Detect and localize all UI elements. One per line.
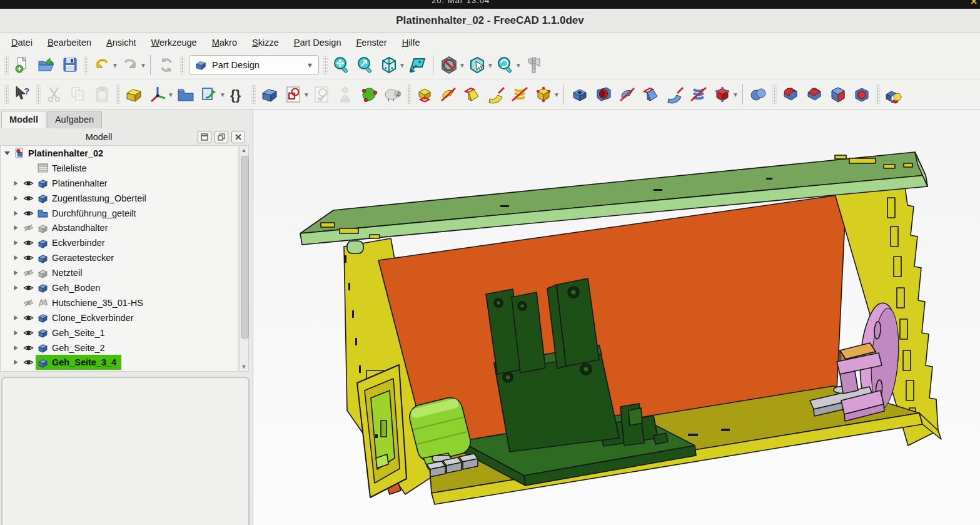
tree-item-netzteil[interactable]: Netzteil bbox=[1, 265, 238, 280]
menu-item-part-design[interactable]: Part Design bbox=[286, 35, 349, 50]
tree-item-abstandhalter[interactable]: Abstandhalter bbox=[1, 220, 238, 235]
panel-close-button[interactable] bbox=[231, 131, 245, 143]
draft-button[interactable] bbox=[826, 83, 850, 106]
toolbar-drag-handle[interactable] bbox=[251, 85, 256, 104]
bracket-foot[interactable] bbox=[654, 433, 668, 444]
toolbar-drag-handle[interactable] bbox=[407, 85, 411, 104]
scroll-down-icon[interactable]: ▼ bbox=[240, 362, 248, 371]
tree-scrollbar[interactable]: ▲ ▼ bbox=[239, 145, 249, 372]
tree-item-geh-seite-2[interactable]: Geh_Seite_2 bbox=[1, 340, 238, 355]
boolean-operation-button[interactable] bbox=[747, 83, 770, 106]
panel-float-button[interactable] bbox=[215, 131, 228, 143]
fit-selection-button[interactable] bbox=[353, 53, 377, 77]
visibility-eye-icon[interactable] bbox=[21, 223, 36, 233]
visibility-eye-icon[interactable] bbox=[21, 268, 36, 278]
subtractive-loft-button[interactable] bbox=[639, 83, 663, 106]
panel-dock-button[interactable] bbox=[198, 131, 211, 143]
menu-item-werkzeuge[interactable]: Werkzeuge bbox=[144, 35, 205, 50]
additive-pipe-button[interactable] bbox=[484, 83, 508, 106]
tab-aufgaben[interactable]: Aufgaben bbox=[47, 111, 102, 128]
visibility-eye-icon[interactable] bbox=[21, 238, 36, 248]
menu-item-hilfe[interactable]: Hilfe bbox=[395, 35, 428, 50]
scroll-up-icon[interactable]: ▲ bbox=[240, 146, 248, 155]
pad-button[interactable] bbox=[413, 83, 437, 106]
validate-sketch-button[interactable] bbox=[357, 83, 381, 106]
fit-all-button[interactable] bbox=[330, 53, 353, 77]
sub-shapebinder-button[interactable] bbox=[381, 83, 405, 106]
workbench-selector[interactable]: Part Design▼ bbox=[189, 55, 319, 75]
rotate-view-button[interactable] bbox=[493, 53, 517, 77]
make-link-button[interactable] bbox=[198, 83, 221, 106]
menu-item-bearbeiten[interactable]: Bearbeiten bbox=[40, 35, 99, 50]
thickness-button[interactable] bbox=[850, 83, 874, 106]
toolbar-drag-handle[interactable] bbox=[323, 56, 328, 74]
subtractive-helix-button[interactable] bbox=[687, 83, 710, 106]
tree-item-hutschiene-35-01-hs[interactable]: Hutschiene_35_01-HS bbox=[1, 295, 238, 310]
expand-arrow-icon[interactable] bbox=[11, 194, 21, 203]
toolbar-drag-handle[interactable] bbox=[4, 56, 9, 74]
redo-button[interactable] bbox=[118, 53, 142, 77]
tab-modell[interactable]: Modell bbox=[1, 111, 46, 128]
expand-arrow-icon[interactable] bbox=[11, 238, 21, 247]
create-body-button[interactable] bbox=[258, 83, 281, 106]
scrollbar-thumb[interactable] bbox=[241, 156, 249, 339]
visibility-eye-icon[interactable] bbox=[21, 298, 36, 308]
create-group-button[interactable] bbox=[174, 83, 198, 106]
expand-arrow-icon[interactable] bbox=[11, 223, 21, 232]
toolbar-drag-handle[interactable] bbox=[180, 56, 184, 74]
visibility-eye-icon[interactable] bbox=[21, 357, 36, 367]
toolbar-drag-handle[interactable] bbox=[116, 85, 120, 104]
expand-arrow-icon[interactable] bbox=[11, 253, 21, 262]
tree-item-durchführung-geteilt[interactable]: Durchführung_geteilt bbox=[1, 206, 238, 221]
visibility-eye-icon[interactable] bbox=[21, 283, 36, 293]
toolbar-drag-handle[interactable] bbox=[84, 56, 88, 74]
tree-item-platinenhalter-02[interactable]: Platinenhalter_02 bbox=[1, 146, 238, 161]
axonometric-view-button[interactable] bbox=[377, 53, 401, 77]
subtractive-primitive-button[interactable] bbox=[710, 83, 734, 106]
whats-this-button[interactable]: ? bbox=[11, 83, 34, 106]
menu-item-makro[interactable]: Makro bbox=[205, 35, 245, 50]
additive-helix-button[interactable] bbox=[508, 83, 532, 106]
visibility-eye-icon[interactable] bbox=[21, 208, 36, 218]
expand-arrow-icon[interactable] bbox=[11, 283, 21, 292]
revolution-button[interactable] bbox=[437, 83, 460, 106]
menu-item-datei[interactable]: Datei bbox=[4, 35, 40, 50]
visibility-eye-icon[interactable] bbox=[21, 253, 36, 263]
tree-item-clone-eckverbinder[interactable]: Clone_Eckverbinder bbox=[1, 310, 238, 325]
undo-button[interactable] bbox=[90, 53, 114, 77]
expand-arrow-icon[interactable] bbox=[11, 344, 21, 352]
navigation-style-button[interactable] bbox=[437, 53, 461, 77]
tree-item-eckverbinder[interactable]: Eckverbinder bbox=[1, 235, 238, 250]
sync-view-button[interactable] bbox=[405, 53, 429, 77]
toolbar-drag-handle[interactable] bbox=[876, 85, 880, 104]
toolbar-drag-handle[interactable] bbox=[36, 85, 41, 104]
expand-arrow-icon[interactable] bbox=[2, 149, 12, 157]
menu-item-skizze[interactable]: Skizze bbox=[245, 35, 286, 50]
tree-item-platinenhalter[interactable]: Platinenhalter bbox=[1, 176, 238, 191]
tree-item-teileliste[interactable]: Teileliste bbox=[1, 161, 238, 176]
expand-arrow-icon[interactable] bbox=[11, 179, 21, 188]
toolbar-drag-handle[interactable] bbox=[772, 85, 777, 104]
end-cap-panel[interactable] bbox=[357, 365, 407, 497]
subtractive-pipe-button[interactable] bbox=[663, 83, 687, 106]
save-document-button[interactable] bbox=[58, 53, 82, 77]
3d-viewport[interactable] bbox=[253, 110, 980, 525]
visibility-eye-icon[interactable] bbox=[21, 328, 36, 338]
expand-arrow-icon[interactable] bbox=[11, 209, 21, 218]
additive-loft-button[interactable] bbox=[460, 83, 484, 106]
expand-arrow-icon[interactable] bbox=[11, 268, 21, 277]
expression-editor-button[interactable]: {} bbox=[226, 83, 250, 106]
hole-button[interactable] bbox=[592, 83, 615, 106]
refresh-document-button[interactable] bbox=[154, 53, 178, 77]
new-document-button[interactable] bbox=[11, 53, 34, 77]
groove-button[interactable] bbox=[615, 83, 639, 106]
view-select-button[interactable] bbox=[465, 53, 489, 77]
tree-item-geh-seite-1[interactable]: Geh_Seite_1 bbox=[1, 325, 238, 340]
visibility-eye-icon[interactable] bbox=[21, 343, 36, 353]
tree-item-geh-seite-3-4[interactable]: Geh_Seite_3_4 bbox=[1, 355, 238, 370]
tree-item-geraetestecker[interactable]: Geraetestecker bbox=[1, 250, 238, 265]
open-document-button[interactable] bbox=[34, 53, 58, 77]
visibility-eye-icon[interactable] bbox=[21, 313, 36, 323]
tree-item-geh-boden[interactable]: Geh_Boden bbox=[1, 280, 238, 295]
visibility-eye-icon[interactable] bbox=[21, 193, 36, 203]
